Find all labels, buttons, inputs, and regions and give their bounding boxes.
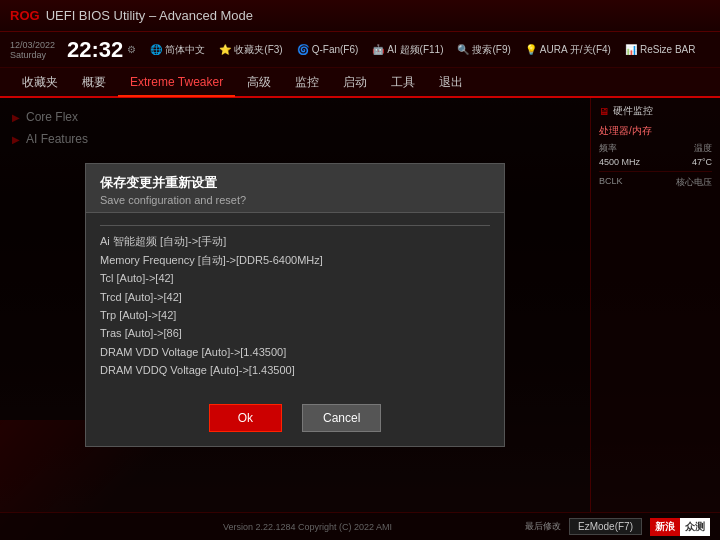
toolbar: 🌐 简体中文 ⭐ 收藏夹(F3) 🌀 Q-Fan(F6) 🤖 AI 超频(F11… [150, 43, 710, 57]
sina-brand: 新浪 [650, 518, 680, 536]
monitor-icon: 🖥 [599, 106, 609, 117]
hw-panel-label: 硬件监控 [613, 104, 653, 118]
nav-favorites[interactable]: 收藏夹 [10, 68, 70, 96]
hw-panel-title: 🖥 硬件监控 [599, 104, 712, 118]
nav-exit[interactable]: 退出 [427, 68, 475, 96]
hw-bclk-row: BCLK 核心电压 [599, 176, 712, 189]
nav-bar: 收藏夹 概要 Extreme Tweaker 高级 监控 启动 工具 退出 [0, 68, 720, 98]
rog-logo: ROG [10, 8, 40, 23]
nav-advanced[interactable]: 高级 [235, 68, 283, 96]
day-display: Saturday [10, 50, 55, 60]
nav-summary[interactable]: 概要 [70, 68, 118, 96]
change-item-8: DRAM VDDQ Voltage [Auto]->[1.43500] [100, 363, 490, 378]
hw-freq-temp-values: 4500 MHz 47°C [599, 157, 712, 167]
change-item-4: Trcd [Auto]->[42] [100, 290, 490, 305]
hw-temp-value: 47°C [692, 157, 712, 167]
hw-freq-temp-header: 频率 温度 [599, 142, 712, 155]
bottom-bar: Version 2.22.1284 Copyright (C) 2022 AMI… [0, 512, 720, 540]
content-area: ▶ Core Flex ▶ AI Features 保存变更并重新设置 Save… [0, 98, 590, 512]
toolbar-ai-oc[interactable]: 🤖 AI 超频(F11) [372, 43, 443, 57]
change-item-5: Trp [Auto]->[42] [100, 308, 490, 323]
toolbar-qfan[interactable]: 🌀 Q-Fan(F6) [297, 44, 359, 55]
ok-button[interactable]: Ok [209, 404, 282, 432]
main-area: ▶ Core Flex ▶ AI Features 保存变更并重新设置 Save… [0, 98, 720, 512]
change-item-1: Ai 智能超频 [自动]->[手动] [100, 234, 490, 249]
hw-core-voltage-label: 核心电压 [676, 176, 712, 189]
version-text: Version 2.22.1284 Copyright (C) 2022 AMI [90, 522, 525, 532]
hw-temp-label: 温度 [694, 142, 712, 155]
bios-title: UEFI BIOS Utility – Advanced Mode [46, 8, 253, 23]
zhongce-brand: 众测 [680, 518, 710, 536]
language-icon: 🌐 [150, 44, 162, 55]
change-item-2: Memory Frequency [自动]->[DDR5-6400MHz] [100, 253, 490, 268]
dialog-overlay: 保存变更并重新设置 Save configuration and reset? … [0, 98, 590, 512]
change-item-6: Tras [Auto]->[86] [100, 326, 490, 341]
toolbar-aura[interactable]: 💡 AURA 开/关(F4) [525, 43, 611, 57]
hw-monitor-panel: 🖥 硬件监控 处理器/内存 频率 温度 4500 MHz 47°C BCLK 核… [590, 98, 720, 512]
last-modified-label: 最后修改 [525, 520, 561, 533]
hw-section-processor: 处理器/内存 [599, 124, 712, 138]
settings-gear-icon[interactable]: ⚙ [127, 44, 136, 55]
nav-monitor[interactable]: 监控 [283, 68, 331, 96]
time-display: 22:32 [67, 37, 123, 63]
ai-icon: 🤖 [372, 44, 384, 55]
dialog-content: Ai 智能超频 [自动]->[手动] Memory Frequency [自动]… [86, 213, 504, 393]
change-item-7: DRAM VDD Voltage [Auto]->[1.43500] [100, 345, 490, 360]
toolbar-language[interactable]: 🌐 简体中文 [150, 43, 205, 57]
nav-extreme-tweaker[interactable]: Extreme Tweaker [118, 69, 235, 97]
search-icon: 🔍 [457, 44, 469, 55]
title-bar: ROG UEFI BIOS Utility – Advanced Mode [0, 0, 720, 32]
nav-tools[interactable]: 工具 [379, 68, 427, 96]
date-display: 12/03/2022 [10, 40, 55, 50]
dialog-title-en: Save configuration and reset? [100, 194, 490, 206]
nav-boot[interactable]: 启动 [331, 68, 379, 96]
toolbar-search[interactable]: 🔍 搜索(F9) [457, 43, 510, 57]
ezmode-button[interactable]: EzMode(F7) [569, 518, 642, 535]
datetime-bar: 12/03/2022 Saturday 22:32 ⚙ 🌐 简体中文 ⭐ 收藏夹… [0, 32, 720, 68]
change-item-3: Tcl [Auto]->[42] [100, 271, 490, 286]
cancel-button[interactable]: Cancel [302, 404, 381, 432]
brand-area: 新浪 众测 [650, 518, 710, 536]
favorites-icon: ⭐ [219, 44, 231, 55]
dialog-title-cn: 保存变更并重新设置 [100, 174, 490, 192]
fan-icon: 🌀 [297, 44, 309, 55]
aura-icon: 💡 [525, 44, 537, 55]
datetime-display: 12/03/2022 Saturday [10, 40, 55, 60]
dialog-header: 保存变更并重新设置 Save configuration and reset? [86, 164, 504, 213]
hw-divider [599, 171, 712, 172]
hw-freq-label: 频率 [599, 142, 617, 155]
toolbar-resizebar[interactable]: 📊 ReSize BAR [625, 44, 696, 55]
resize-icon: 📊 [625, 44, 637, 55]
save-dialog: 保存变更并重新设置 Save configuration and reset? … [85, 163, 505, 446]
content-divider [100, 225, 490, 226]
hw-bclk-label: BCLK [599, 176, 623, 189]
toolbar-favorites[interactable]: ⭐ 收藏夹(F3) [219, 43, 282, 57]
bottom-right-area: 最后修改 EzMode(F7) 新浪 众测 [525, 518, 710, 536]
hw-freq-value: 4500 MHz [599, 157, 640, 167]
dialog-footer: Ok Cancel [86, 394, 504, 446]
